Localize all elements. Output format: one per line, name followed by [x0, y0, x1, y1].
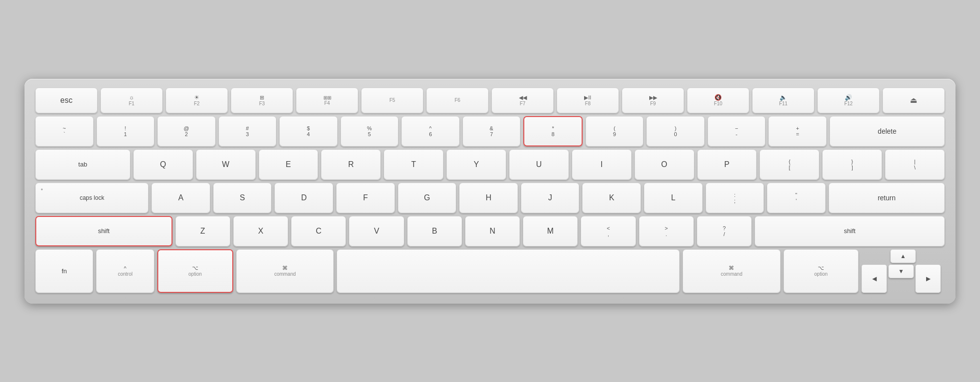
arrow-cluster: ▲ ◀ ▼ ▶ — [861, 249, 945, 293]
bottom-row: fn ^ control ⌥ option ⌘ command ⌘ comman… — [35, 249, 945, 293]
key-2[interactable]: @ 2 — [157, 116, 216, 146]
key-a[interactable]: A — [151, 183, 210, 213]
key-slash[interactable]: ? / — [697, 216, 752, 246]
key-period[interactable]: > . — [639, 216, 694, 246]
key-c[interactable]: C — [291, 216, 346, 246]
key-b[interactable]: B — [407, 216, 462, 246]
key-y[interactable]: Y — [446, 149, 506, 180]
key-f8[interactable]: ▶II F8 — [557, 88, 619, 113]
key-lbracket[interactable]: { [ — [760, 149, 819, 180]
key-arrow-right[interactable]: ▶ — [915, 264, 941, 293]
key-f4[interactable]: ⊞⊞ F4 — [296, 88, 358, 113]
key-9[interactable]: ( 9 — [586, 116, 644, 146]
key-f1[interactable]: ☼ F1 — [100, 88, 163, 113]
key-g[interactable]: G — [398, 183, 457, 213]
zxcv-row: shift Z X C V B N M < , > . ? / shift — [35, 216, 945, 246]
key-quote[interactable]: " ' — [767, 183, 826, 213]
key-f10[interactable]: 🔇 F10 — [687, 88, 749, 113]
key-j[interactable]: J — [521, 183, 580, 213]
number-row: ~ ` ! 1 @ 2 # 3 $ 4 % 5 ^ 6 & 7 — [35, 116, 945, 146]
key-k[interactable]: K — [582, 183, 641, 213]
key-w[interactable]: W — [196, 149, 256, 180]
key-arrow-left[interactable]: ◀ — [861, 264, 887, 293]
key-6[interactable]: ^ 6 — [401, 116, 460, 146]
key-f[interactable]: F — [336, 183, 395, 213]
key-return[interactable]: return — [829, 183, 945, 213]
key-esc[interactable]: esc — [35, 88, 98, 113]
key-d[interactable]: D — [274, 183, 333, 213]
key-7[interactable]: & 7 — [463, 116, 521, 146]
key-v[interactable]: V — [349, 216, 404, 246]
key-r[interactable]: R — [321, 149, 381, 180]
key-arrow-down[interactable]: ▼ — [888, 264, 914, 278]
key-delete[interactable]: delete — [830, 116, 945, 146]
key-f5[interactable]: F5 — [361, 88, 423, 113]
key-e[interactable]: E — [259, 149, 318, 180]
key-x[interactable]: X — [233, 216, 288, 246]
key-f6[interactable]: F6 — [426, 88, 489, 113]
key-f12[interactable]: 🔊 F12 — [817, 88, 880, 113]
key-f9[interactable]: ▶▶ F9 — [622, 88, 684, 113]
key-n[interactable]: N — [465, 216, 520, 246]
qwerty-row: tab Q W E R T Y U I O P { [ } ] | \ — [35, 149, 945, 180]
key-eject[interactable]: ⏏ — [882, 88, 945, 113]
asdf-row: ● caps lock A S D F G H J K L : ; " ' re… — [35, 183, 945, 213]
key-f11[interactable]: 🔈 F11 — [752, 88, 814, 113]
key-l[interactable]: L — [644, 183, 703, 213]
key-1[interactable]: ! 1 — [97, 116, 155, 146]
key-space[interactable] — [337, 249, 680, 293]
key-o[interactable]: O — [635, 149, 694, 180]
key-left-shift[interactable]: shift — [35, 216, 172, 246]
key-p[interactable]: P — [697, 149, 757, 180]
key-right-shift[interactable]: shift — [755, 216, 945, 246]
key-i[interactable]: I — [572, 149, 632, 180]
key-f3[interactable]: ⊞ F3 — [231, 88, 293, 113]
fn-row: esc ☼ F1 ☀ F2 ⊞ F3 ⊞⊞ F4 — [35, 88, 945, 113]
key-3[interactable]: # 3 — [219, 116, 277, 146]
key-backtick[interactable]: ~ ` — [35, 116, 94, 146]
key-fn[interactable]: fn — [35, 249, 93, 293]
key-minus[interactable]: − - — [708, 116, 766, 146]
key-rbracket[interactable]: } ] — [822, 149, 882, 180]
key-comma[interactable]: < , — [581, 216, 636, 246]
keyboard: esc ☼ F1 ☀ F2 ⊞ F3 ⊞⊞ F4 — [24, 79, 956, 304]
key-tab[interactable]: tab — [35, 149, 130, 180]
key-command-left[interactable]: ⌘ command — [236, 249, 334, 293]
key-f7[interactable]: ◀◀ F7 — [491, 88, 554, 113]
key-equals[interactable]: + = — [768, 116, 827, 146]
key-option-right[interactable]: ⌥ option — [784, 249, 858, 293]
key-q[interactable]: Q — [133, 149, 193, 180]
key-h[interactable]: H — [459, 183, 518, 213]
key-semicolon[interactable]: : ; — [706, 183, 764, 213]
key-option-left[interactable]: ⌥ option — [157, 249, 233, 293]
key-capslock[interactable]: ● caps lock — [35, 183, 148, 213]
key-t[interactable]: T — [384, 149, 443, 180]
key-8[interactable]: * 8 — [523, 116, 583, 146]
key-0[interactable]: ) 0 — [646, 116, 705, 146]
key-s[interactable]: S — [213, 183, 272, 213]
key-control[interactable]: ^ control — [96, 249, 154, 293]
key-m[interactable]: M — [523, 216, 578, 246]
key-4[interactable]: $ 4 — [279, 116, 338, 146]
key-arrow-up[interactable]: ▲ — [890, 249, 916, 263]
key-z[interactable]: Z — [175, 216, 230, 246]
key-command-right[interactable]: ⌘ command — [683, 249, 781, 293]
key-u[interactable]: U — [509, 149, 569, 180]
key-f2[interactable]: ☀ F2 — [166, 88, 228, 113]
key-backslash[interactable]: | \ — [885, 149, 945, 180]
key-5[interactable]: % 5 — [341, 116, 399, 146]
